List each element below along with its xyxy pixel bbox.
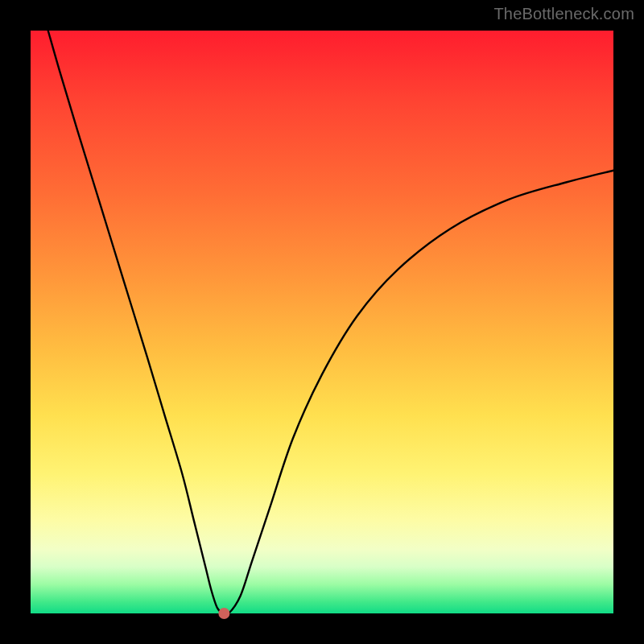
bottleneck-curve xyxy=(31,31,613,613)
minimum-marker xyxy=(218,608,229,619)
watermark-text: TheBottleneck.com xyxy=(493,5,634,23)
curve-path xyxy=(48,31,613,615)
plot-area xyxy=(31,31,613,613)
chart-frame: TheBottleneck.com xyxy=(0,0,644,644)
